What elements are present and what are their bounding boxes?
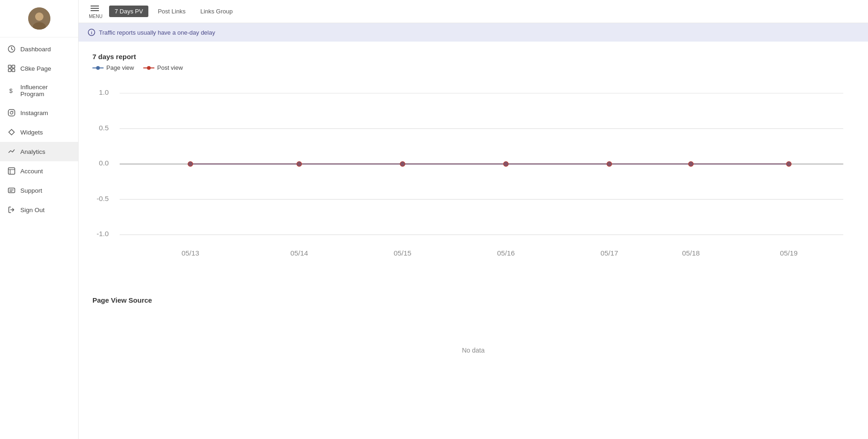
sidebar-item-dashboard-label: Dashboard — [20, 46, 51, 53]
sidebar-item-widgets[interactable]: Widgets — [0, 122, 78, 142]
banner-text: Traffic reports usually have a one-day d… — [99, 29, 215, 36]
info-banner: i Traffic reports usually have a one-day… — [79, 23, 868, 42]
tab-links-group[interactable]: Links Group — [195, 6, 238, 17]
svg-text:1.0: 1.0 — [99, 88, 109, 96]
svg-point-35 — [607, 162, 611, 166]
svg-point-34 — [504, 162, 508, 166]
grid-icon — [7, 64, 16, 73]
sidebar-item-sign-out-label: Sign Out — [20, 207, 45, 213]
sidebar-item-account-label: Account — [20, 168, 43, 175]
svg-point-37 — [787, 162, 791, 166]
svg-point-36 — [689, 162, 693, 166]
svg-text:-0.5: -0.5 — [97, 195, 109, 202]
sidebar-item-analytics-label: Analytics — [20, 148, 45, 155]
sidebar-item-instagram[interactable]: Instagram — [0, 103, 78, 122]
dollar-icon: $ — [7, 86, 16, 95]
hamburger-icon — [88, 4, 102, 13]
svg-text:05/13: 05/13 — [182, 249, 199, 257]
sidebar: Dashboard C8ke Page $ Influencer Program… — [0, 0, 79, 439]
svg-text:05/16: 05/16 — [497, 249, 514, 257]
instagram-icon — [7, 109, 16, 117]
analytics-icon — [7, 147, 16, 156]
no-data-label: No data — [92, 310, 854, 391]
sidebar-item-influencer-program[interactable]: $ Influencer Program — [0, 78, 78, 103]
sidebar-item-c8ke-page[interactable]: C8ke Page — [0, 59, 78, 78]
svg-text:-1.0: -1.0 — [97, 230, 109, 238]
svg-point-10 — [10, 111, 13, 114]
legend-line-blue — [92, 67, 104, 68]
avatar-container — [0, 0, 78, 37]
chart-legend: Page view Post view — [92, 64, 854, 71]
menu-button[interactable]: MENU — [86, 3, 105, 20]
sidebar-item-dashboard[interactable]: Dashboard — [0, 39, 78, 59]
sidebar-item-analytics[interactable]: Analytics — [0, 142, 78, 161]
tab-7days-pv[interactable]: 7 Days PV — [109, 6, 148, 17]
sidebar-item-sign-out[interactable]: Sign Out — [0, 200, 78, 220]
svg-rect-12 — [8, 168, 15, 174]
sidebar-item-widgets-label: Widgets — [20, 129, 43, 136]
signout-icon — [7, 206, 16, 214]
svg-rect-7 — [12, 69, 15, 72]
legend-post-view-label: Post view — [157, 64, 183, 71]
page-view-source-title: Page View Source — [92, 296, 854, 304]
sidebar-item-support-label: Support — [20, 187, 42, 194]
svg-text:0.5: 0.5 — [99, 124, 109, 132]
tab-post-links[interactable]: Post Links — [152, 6, 191, 17]
chart-svg: 1.0 0.5 0.0 -0.5 -1.0 — [92, 79, 854, 280]
sidebar-item-instagram-label: Instagram — [20, 110, 48, 116]
chart-area: 7 days report Page view Post view 1.0 0.… — [79, 42, 868, 439]
main-content: MENU 7 Days PV Post Links Links Group i … — [79, 0, 868, 439]
svg-point-11 — [13, 111, 14, 112]
legend-page-view-label: Page view — [106, 64, 134, 71]
sidebar-item-influencer-program-label: Influencer Program — [20, 84, 71, 98]
legend-post-view: Post view — [143, 64, 183, 71]
dashboard-icon — [7, 45, 16, 53]
svg-text:05/17: 05/17 — [600, 249, 618, 257]
svg-point-31 — [188, 162, 192, 166]
svg-text:$: $ — [9, 87, 13, 94]
menu-label: MENU — [89, 14, 102, 19]
svg-point-33 — [400, 162, 404, 166]
svg-rect-5 — [12, 65, 15, 68]
svg-text:i: i — [91, 30, 92, 35]
sidebar-item-support[interactable]: Support — [0, 181, 78, 200]
chart-title: 7 days report — [92, 53, 854, 61]
legend-page-view: Page view — [92, 64, 134, 71]
account-icon — [7, 167, 16, 175]
svg-rect-9 — [8, 110, 15, 116]
avatar — [28, 7, 50, 30]
svg-text:0.0: 0.0 — [99, 159, 109, 167]
sidebar-item-c8ke-page-label: C8ke Page — [20, 65, 51, 72]
svg-point-1 — [35, 12, 43, 21]
info-icon: i — [88, 29, 95, 36]
sidebar-item-account[interactable]: Account — [0, 161, 78, 181]
svg-point-32 — [297, 162, 301, 166]
svg-text:05/18: 05/18 — [682, 249, 700, 257]
svg-text:05/19: 05/19 — [780, 249, 798, 257]
svg-rect-4 — [8, 65, 11, 68]
svg-text:05/14: 05/14 — [290, 249, 308, 257]
topbar: MENU 7 Days PV Post Links Links Group — [79, 0, 868, 23]
support-icon — [7, 186, 16, 195]
legend-line-red — [143, 67, 154, 68]
chart-container: 1.0 0.5 0.0 -0.5 -1.0 — [92, 79, 854, 281]
sidebar-nav: Dashboard C8ke Page $ Influencer Program… — [0, 37, 78, 220]
widgets-icon — [7, 128, 16, 136]
svg-rect-6 — [8, 69, 11, 72]
svg-text:05/15: 05/15 — [394, 249, 411, 257]
svg-rect-15 — [8, 188, 15, 193]
